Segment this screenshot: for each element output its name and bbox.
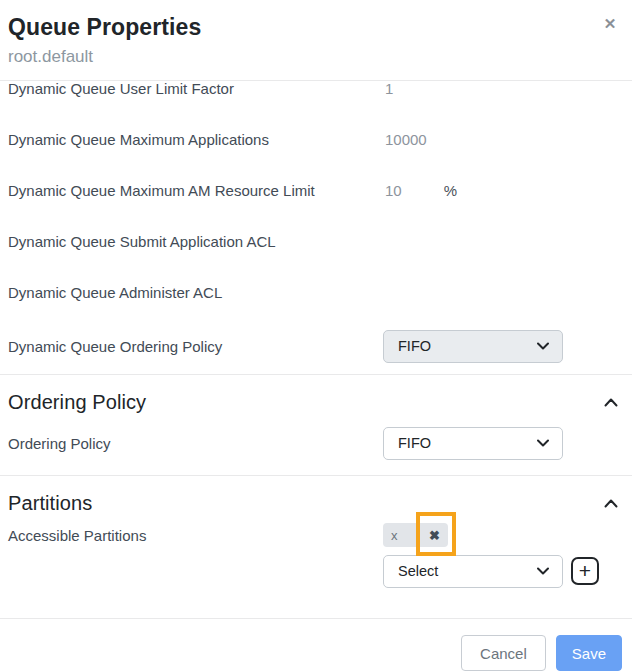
modal-header: Queue Properties root.default ✕	[0, 0, 632, 80]
chevron-down-icon	[537, 439, 549, 447]
partition-select[interactable]: Select	[383, 555, 563, 588]
chevron-up-icon	[604, 499, 618, 508]
chevron-up-icon	[604, 398, 618, 407]
field-label: Dynamic Queue Administer ACL	[8, 284, 383, 301]
add-partition-button[interactable]: +	[571, 557, 599, 585]
ordering-policy-select[interactable]: FIFO	[383, 427, 563, 460]
spacer	[0, 590, 632, 618]
field-label: Dynamic Queue User Limit Factor	[8, 80, 383, 97]
select-value: FIFO	[398, 435, 431, 451]
partition-tag-label: x	[391, 528, 420, 543]
ordering-policy-section-header: Ordering Policy	[0, 375, 632, 419]
row-accessible-partitions: Accessible Partitions x ✖	[0, 520, 632, 550]
field-label: Dynamic Queue Submit Application ACL	[8, 233, 383, 250]
select-value: FIFO	[398, 338, 431, 354]
modal-footer: Cancel Save	[0, 618, 632, 671]
spacer	[0, 467, 632, 475]
cancel-button[interactable]: Cancel	[461, 635, 546, 671]
section-title: Ordering Policy	[8, 391, 146, 414]
row-max-applications: Dynamic Queue Maximum Applications 10000	[0, 114, 632, 165]
row-add-partition: Select +	[0, 552, 632, 590]
field-value: 10000	[383, 131, 427, 148]
field-label: Dynamic Queue Ordering Policy	[8, 338, 383, 355]
row-submit-application-acl: Dynamic Queue Submit Application ACL	[0, 216, 632, 267]
row-administer-acl: Dynamic Queue Administer ACL	[0, 267, 632, 318]
select-placeholder: Select	[398, 563, 438, 579]
field-value: 1	[383, 80, 393, 97]
partitions-section-header: Partitions	[0, 476, 632, 520]
dynamic-ordering-policy-select[interactable]: FIFO	[383, 330, 563, 363]
page-title: Queue Properties	[8, 14, 620, 40]
field-label: Accessible Partitions	[8, 527, 383, 544]
section-title: Partitions	[8, 492, 92, 515]
partition-tag: x ✖	[383, 523, 448, 547]
row-max-am-resource-limit: Dynamic Queue Maximum AM Resource Limit …	[0, 165, 632, 216]
queue-properties-modal: Queue Properties root.default ✕ Dynamic …	[0, 0, 632, 671]
collapse-ordering-policy-button[interactable]	[602, 393, 620, 411]
field-value: 10	[383, 182, 402, 199]
field-label: Ordering Policy	[8, 435, 383, 452]
row-dynamic-ordering-policy: Dynamic Queue Ordering Policy FIFO	[0, 318, 632, 374]
percent-suffix: %	[444, 182, 457, 199]
remove-partition-icon[interactable]: ✖	[429, 528, 440, 543]
field-label: Dynamic Queue Maximum AM Resource Limit	[8, 182, 383, 199]
field-label: Dynamic Queue Maximum Applications	[8, 131, 383, 148]
chevron-down-icon	[537, 567, 549, 575]
queue-path-subtitle: root.default	[8, 47, 620, 67]
collapse-partitions-button[interactable]	[602, 494, 620, 512]
save-button[interactable]: Save	[556, 635, 622, 671]
row-ordering-policy: Ordering Policy FIFO	[0, 419, 632, 467]
chevron-down-icon	[537, 342, 549, 350]
close-icon[interactable]: ✕	[599, 13, 621, 35]
plus-icon: +	[579, 560, 591, 581]
dynamic-properties-list: Dynamic Queue User Limit Factor 1 Dynami…	[0, 81, 632, 374]
